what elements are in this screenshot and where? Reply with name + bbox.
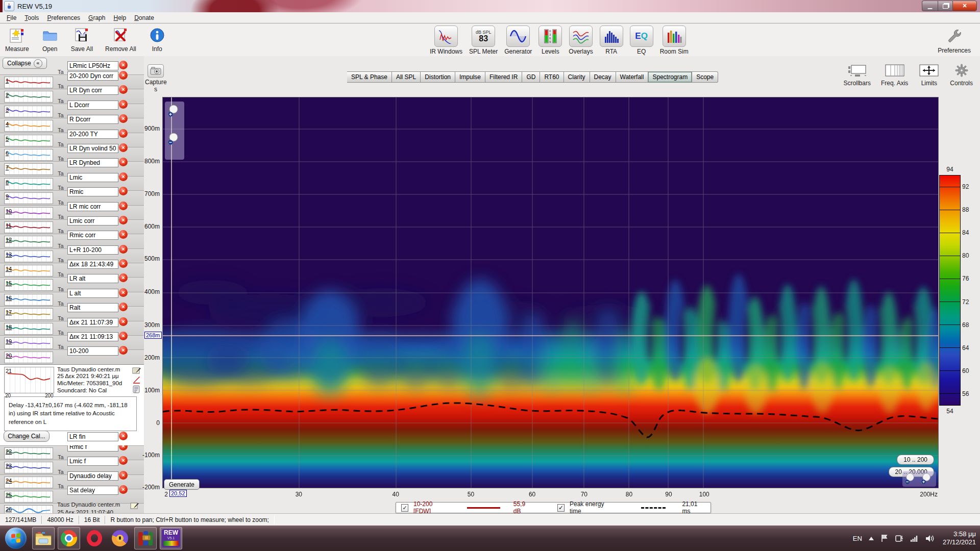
delete-measurement-button[interactable]: ×	[119, 317, 128, 326]
measurement-thumbnail[interactable]: 5	[4, 135, 53, 146]
measurement-thumbnail[interactable]: 18	[4, 323, 53, 335]
graph-tab[interactable]: Decay	[590, 71, 616, 83]
measurement-thumbnail[interactable]: 4	[4, 120, 53, 132]
power-plug-icon[interactable]	[895, 534, 904, 542]
menu-item[interactable]: Tools	[21, 13, 42, 22]
opera-taskbar-icon[interactable]	[83, 527, 106, 549]
save-all-button[interactable]: Save All	[71, 27, 93, 53]
measurement-row[interactable]: Ta 20 ×	[0, 349, 144, 364]
delete-measurement-button[interactable]: ×	[119, 100, 128, 109]
measurement-name-input[interactable]	[67, 86, 118, 95]
delete-measurement-button[interactable]: ×	[119, 230, 128, 239]
measurement-name-input[interactable]	[67, 260, 118, 269]
graph-tab[interactable]: SPL & Phase	[347, 71, 392, 83]
delete-measurement-button[interactable]: ×	[119, 332, 128, 340]
measurement-name-input[interactable]	[67, 471, 118, 481]
remove-all-button[interactable]: Remove All	[105, 27, 136, 53]
selected-thumbnail[interactable]: 21	[4, 367, 54, 393]
measurement-thumbnail[interactable]: 13	[4, 251, 53, 262]
measurement-thumbnail[interactable]: 2	[4, 91, 53, 103]
measurement-row[interactable]: Ta 25 ×	[0, 489, 144, 503]
delete-measurement-button[interactable]: ×	[119, 485, 128, 494]
measurement-name-input[interactable]	[67, 202, 118, 211]
measurement-thumbnail[interactable]: 20	[4, 352, 53, 363]
measurement-name-input[interactable]	[67, 245, 118, 255]
measurement-thumbnail[interactable]: 12	[4, 236, 53, 247]
measurement-thumbnail[interactable]: 25	[4, 491, 53, 503]
measure-button[interactable]: Measure	[5, 27, 29, 53]
measurement-thumbnail[interactable]: 24	[4, 477, 53, 488]
measurement-thumbnail[interactable]: 15	[4, 279, 53, 291]
series2-checkbox[interactable]: ✓	[557, 504, 565, 512]
delete-measurement-button[interactable]: ×	[119, 202, 128, 210]
measurement-name-input[interactable]	[67, 130, 118, 139]
graph-tab[interactable]: Waterfall	[616, 71, 649, 83]
delete-measurement-button[interactable]: ×	[119, 114, 128, 123]
delete-measurement-button[interactable]: ×	[119, 71, 128, 80]
measurement-name-input[interactable]	[67, 274, 118, 283]
menu-item[interactable]: Graph	[85, 13, 109, 22]
measurement-name-input[interactable]	[67, 216, 118, 226]
measurement-thumbnail[interactable]: 14	[4, 265, 53, 277]
measurement-name-input[interactable]	[67, 332, 118, 341]
measurement-thumbnail[interactable]: 3	[4, 106, 53, 117]
time-range-button[interactable]: 10 .. 200	[897, 455, 934, 465]
delete-measurement-button[interactable]: ×	[119, 85, 128, 94]
zoom-out-button[interactable]	[904, 472, 917, 485]
close-button[interactable]: ✕	[952, 1, 977, 11]
edit-notes-icon[interactable]	[132, 367, 141, 374]
preferences-button[interactable]: Preferences	[938, 28, 971, 54]
measurement-thumbnail[interactable]: 9	[4, 192, 53, 204]
generate-button[interactable]: Generate	[164, 479, 200, 490]
graph-tab[interactable]: Distortion	[421, 71, 455, 83]
delete-measurement-button[interactable]: ×	[119, 158, 128, 166]
measurement-thumbnail[interactable]: 6	[4, 149, 53, 161]
measurement-name-input[interactable]	[67, 346, 118, 356]
graph-tab[interactable]: Scope	[692, 71, 718, 83]
graph-tab[interactable]: All SPL	[392, 71, 421, 83]
measurement-thumbnail[interactable]: 11	[4, 221, 53, 233]
measurement-name-input[interactable]	[67, 101, 118, 110]
graph-tab[interactable]: GD	[522, 71, 540, 83]
show-hidden-icons-button[interactable]	[868, 536, 874, 541]
measurement-thumbnail[interactable]: 17	[4, 308, 53, 320]
zoom-out-button[interactable]	[167, 132, 181, 145]
winrar-taskbar-icon[interactable]	[134, 527, 157, 549]
menu-item[interactable]: Help	[110, 13, 130, 22]
measurement-name-input[interactable]	[67, 115, 118, 124]
limits-button[interactable]: Limits	[918, 63, 940, 87]
restore-button[interactable]	[938, 1, 952, 11]
freq-axis-button[interactable]: Freq. Axis	[881, 63, 908, 87]
measurement-name-input[interactable]	[67, 61, 118, 70]
measurement-row[interactable]: 26 Taus Dynaudio center.m 25 Δεκ 2021 11…	[0, 503, 144, 513]
menu-item[interactable]: File	[3, 13, 20, 22]
delete-measurement-button[interactable]: ×	[119, 129, 128, 138]
graph-tab[interactable]: Impulse	[455, 71, 485, 83]
measurement-name-input[interactable]	[67, 173, 118, 182]
menu-item[interactable]: Donate	[131, 13, 158, 22]
measurement-thumbnail[interactable]: 23	[4, 462, 53, 473]
measurement-name-input[interactable]	[67, 71, 118, 81]
delete-measurement-button[interactable]: ×	[119, 346, 128, 355]
delete-measurement-button[interactable]: ×	[119, 216, 128, 224]
measurement-thumbnail[interactable]: 16	[4, 294, 53, 306]
measurement-thumbnail[interactable]: 22	[4, 447, 53, 459]
delete-measurement-button[interactable]: ×	[119, 432, 128, 440]
ir-windows-button[interactable]: IR Windows	[430, 26, 462, 55]
measurement-name-input[interactable]	[67, 486, 118, 495]
delete-measurement-button[interactable]: ×	[119, 259, 128, 268]
measurement-thumbnail[interactable]: 26	[4, 505, 53, 513]
series1-checkbox[interactable]: ✓	[401, 504, 408, 512]
controls-button[interactable]: Controls	[950, 63, 973, 87]
delete-measurement-button[interactable]: ×	[119, 288, 128, 297]
cal-pencil-icon[interactable]	[132, 376, 141, 384]
language-indicator[interactable]: EN	[853, 535, 862, 542]
measurement-thumbnail[interactable]: 1	[4, 77, 53, 88]
menu-item[interactable]: Preferences	[43, 13, 84, 22]
spectrogram-plot[interactable]: 10 .. 200 20 .. 20.000 Generate	[162, 97, 939, 488]
room-sim-button[interactable]: Room Sim	[660, 26, 689, 55]
clock[interactable]: 3:58 μμ 27/12/2021	[943, 530, 976, 546]
change-cal-button[interactable]: Change Cal...	[4, 431, 50, 442]
file-explorer-taskbar-icon[interactable]	[32, 527, 55, 549]
delete-measurement-button[interactable]: ×	[119, 172, 128, 181]
